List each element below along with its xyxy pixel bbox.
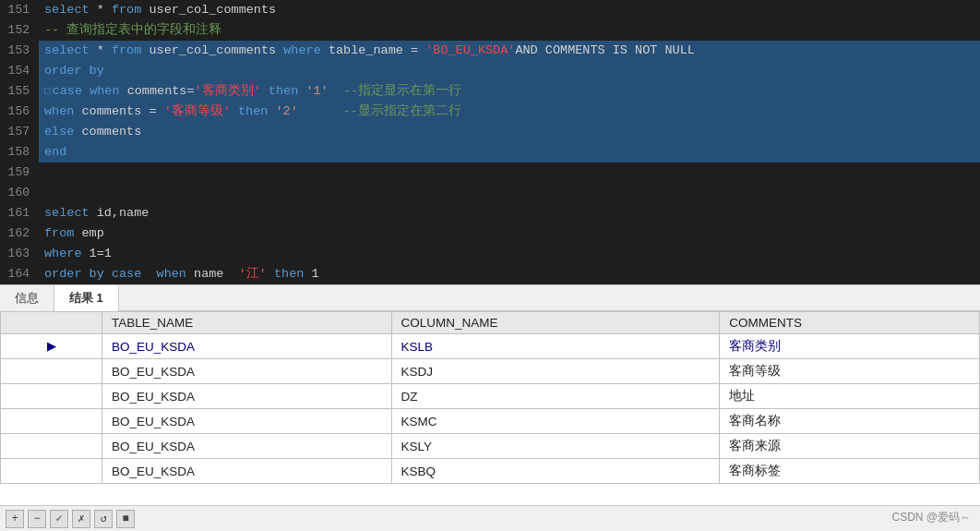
cell-column-name: KSLB xyxy=(391,334,720,359)
cell-table-name: BO_EU_KSDA xyxy=(102,434,392,459)
line-content-159 xyxy=(39,163,980,183)
line-num-160: 160 xyxy=(0,183,39,203)
code-line-159: 159 xyxy=(0,163,980,183)
line-num-158: 158 xyxy=(0,142,39,163)
table-header-comments: COMMENTS xyxy=(720,312,980,334)
toolbar-cancel-btn[interactable]: ✗ xyxy=(72,510,90,528)
code-editor: 151 select * from user_col_comments 152 … xyxy=(0,0,980,284)
code-line-162: 162 from emp xyxy=(0,223,980,244)
row-indicator xyxy=(1,409,102,434)
cell-comments: 客商类别 xyxy=(720,334,980,359)
line-num-151: 151 xyxy=(0,0,39,20)
bottom-panel: 信息 结果 1 TABLE_NAME COLUMN_NAME COMMENTS … xyxy=(0,284,980,531)
line-content-163: where 1=1 xyxy=(39,244,980,264)
line-num-164: 164 xyxy=(0,264,39,284)
line-num-156: 156 xyxy=(0,102,39,122)
code-line-164: 164 order by case when name '江' then 1 xyxy=(0,264,980,284)
cell-comments: 客商等级 xyxy=(720,359,980,384)
table-header-column-name: COLUMN_NAME xyxy=(391,312,720,334)
toolbar-refresh-btn[interactable]: ↺ xyxy=(94,510,113,528)
line-num-154: 154 xyxy=(0,61,39,81)
cell-table-name: BO_EU_KSDA xyxy=(102,384,392,409)
line-num-162: 162 xyxy=(0,223,39,244)
cell-table-name: BO_EU_KSDA xyxy=(102,409,392,434)
table-row: BO_EU_KSDA KSMC 客商名称 xyxy=(1,409,980,434)
row-indicator xyxy=(1,434,102,459)
row-indicator: ▶ xyxy=(1,334,102,359)
table-row: BO_EU_KSDA KSDJ 客商等级 xyxy=(1,359,980,384)
toolbar-remove-btn[interactable]: − xyxy=(28,510,46,528)
line-content-162: from emp xyxy=(39,223,980,244)
line-num-155: 155 xyxy=(0,81,39,102)
row-indicator xyxy=(1,384,102,409)
table-header-indicator xyxy=(1,312,102,334)
bottom-toolbar: + − ✓ ✗ ↺ ■ CSDN @爱码～ xyxy=(0,505,980,531)
toolbar-stop-btn[interactable]: ■ xyxy=(116,510,135,528)
line-num-159: 159 xyxy=(0,163,39,183)
cell-column-name: KSDJ xyxy=(391,359,720,384)
results-table-container[interactable]: TABLE_NAME COLUMN_NAME COMMENTS ▶ BO_EU_… xyxy=(0,311,980,505)
code-line-160: 160 xyxy=(0,183,980,203)
cell-column-name: KSLY xyxy=(391,434,720,459)
row-indicator xyxy=(1,359,102,384)
code-line-154: 154 order by xyxy=(0,61,980,81)
line-content-154: order by xyxy=(39,61,980,81)
cell-table-name: BO_EU_KSDA xyxy=(102,334,392,359)
line-num-153: 153 xyxy=(0,41,39,61)
toolbar-add-btn[interactable]: + xyxy=(6,510,24,528)
code-lines: 151 select * from user_col_comments 152 … xyxy=(0,0,980,284)
code-line-158: 158 end xyxy=(0,142,980,163)
line-content-153: select * from user_col_comments where ta… xyxy=(39,41,980,61)
cell-comments: 客商来源 xyxy=(720,434,980,459)
csdn-watermark: CSDN @爱码～ xyxy=(891,510,971,525)
line-content-152: -- 查询指定表中的字段和注释 xyxy=(39,20,980,41)
table-row: BO_EU_KSDA DZ 地址 xyxy=(1,384,980,409)
line-content-155: □case when comments='客商类别' then '1' --指定… xyxy=(39,81,980,102)
table-header-table-name: TABLE_NAME xyxy=(102,312,392,334)
cell-comments: 地址 xyxy=(720,384,980,409)
table-header-row: TABLE_NAME COLUMN_NAME COMMENTS xyxy=(1,312,980,334)
results-table: TABLE_NAME COLUMN_NAME COMMENTS ▶ BO_EU_… xyxy=(0,311,980,484)
cell-table-name: BO_EU_KSDA xyxy=(102,359,392,384)
cell-column-name: KSMC xyxy=(391,409,720,434)
code-line-163: 163 where 1=1 xyxy=(0,244,980,264)
tabs-bar: 信息 结果 1 xyxy=(0,285,980,311)
toolbar-confirm-btn[interactable]: ✓ xyxy=(50,510,68,528)
code-line-156: 156 when comments = '客商等级' then '2' --显示… xyxy=(0,102,980,122)
tab-results[interactable]: 结果 1 xyxy=(54,285,119,311)
line-content-161: select id,name xyxy=(39,203,980,223)
code-line-151: 151 select * from user_col_comments xyxy=(0,0,980,20)
line-content-160 xyxy=(39,183,980,203)
code-line-155: 155 □case when comments='客商类别' then '1' … xyxy=(0,81,980,102)
cell-comments: 客商标签 xyxy=(720,459,980,484)
line-content-157: else comments xyxy=(39,122,980,142)
line-content-156: when comments = '客商等级' then '2' --显示指定在第… xyxy=(39,102,980,122)
line-num-157: 157 xyxy=(0,122,39,142)
line-content-151: select * from user_col_comments xyxy=(39,0,980,20)
line-num-161: 161 xyxy=(0,203,39,223)
code-line-153: 153 select * from user_col_comments wher… xyxy=(0,41,980,61)
line-num-163: 163 xyxy=(0,244,39,264)
table-row: ▶ BO_EU_KSDA KSLB 客商类别 xyxy=(1,334,980,359)
cell-table-name: BO_EU_KSDA xyxy=(102,459,392,484)
code-line-161: 161 select id,name xyxy=(0,203,980,223)
table-row: BO_EU_KSDA KSBQ 客商标签 xyxy=(1,459,980,484)
line-content-164: order by case when name '江' then 1 xyxy=(39,264,980,284)
row-indicator xyxy=(1,459,102,484)
cell-comments: 客商名称 xyxy=(720,409,980,434)
tab-info[interactable]: 信息 xyxy=(0,285,54,311)
code-line-152: 152 -- 查询指定表中的字段和注释 xyxy=(0,20,980,41)
code-line-157: 157 else comments xyxy=(0,122,980,142)
line-content-158: end xyxy=(39,142,980,163)
cell-column-name: DZ xyxy=(391,384,720,409)
cell-column-name: KSBQ xyxy=(391,459,720,484)
line-num-152: 152 xyxy=(0,20,39,41)
table-row: BO_EU_KSDA KSLY 客商来源 xyxy=(1,434,980,459)
